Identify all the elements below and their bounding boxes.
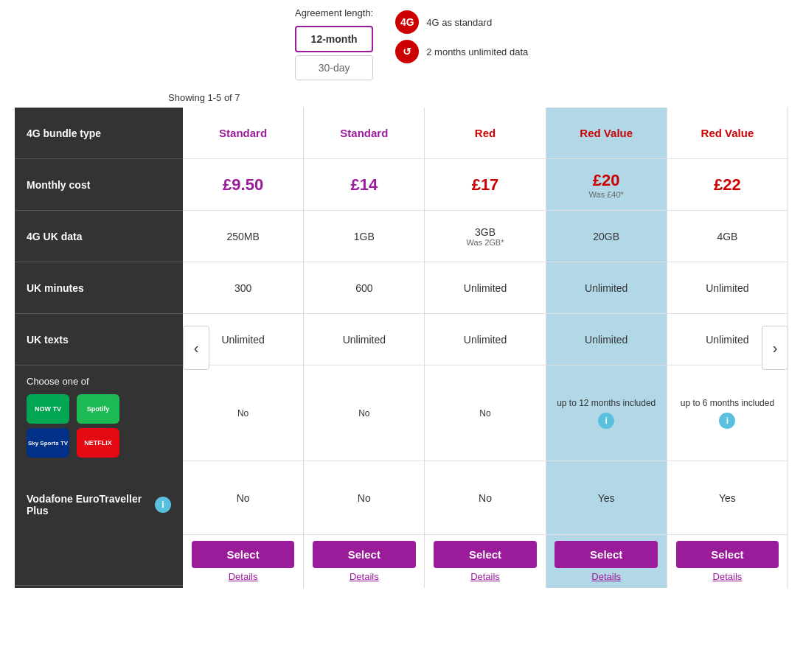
subscription-cell-5: up to 6 months included i	[667, 365, 788, 461]
uk-texts-label-cell: UK texts	[15, 314, 183, 365]
monthly-cost-cell-2: £14	[304, 159, 424, 211]
minutes-cell-5: Unlimited	[667, 262, 788, 314]
perk-4g: 4G 4G as standard	[395, 10, 528, 34]
minutes-value-1: 300	[234, 282, 251, 294]
minutes-cell-1: 300	[183, 262, 303, 314]
select-button-2[interactable]: Select	[313, 541, 416, 568]
select-row-cell-5: Select Details	[667, 535, 788, 588]
monthly-cost-cell-4: £20 Was £40*	[546, 159, 667, 211]
agreement-block: Agreement length: 12-month 30-day	[295, 7, 373, 80]
was-data-3: Was 2GB*	[467, 238, 504, 247]
monthly-cost-cell-1: £9.50	[183, 159, 303, 211]
euro-traveller-label: Vodafone EuroTraveller Plus	[27, 493, 149, 517]
texts-cell-2: Unlimited	[304, 314, 424, 365]
price-value-2: £14	[350, 175, 378, 195]
texts-value-3: Unlimited	[464, 334, 507, 346]
data-cell-4: 20GB	[546, 211, 667, 262]
euro-traveller-cell-2: No	[304, 461, 424, 535]
prev-arrow[interactable]: ‹	[183, 326, 209, 370]
monthly-cost-cell-5: £22	[667, 159, 788, 211]
data-value-5: 4GB	[717, 231, 737, 242]
subscription-value-4: up to 12 months included	[557, 398, 656, 408]
subscription-info-icon-4[interactable]: i	[598, 413, 614, 429]
was-price-4: Was £40*	[589, 190, 624, 199]
euro-traveller-value-5: Yes	[719, 492, 736, 504]
showing-row: Showing 1-5 of 7	[0, 88, 803, 108]
perk-4g-text: 4G as standard	[426, 17, 492, 28]
bundle-type-label-cell: 4G bundle type	[15, 108, 183, 159]
select-button-1[interactable]: Select	[192, 541, 295, 568]
bundle-type-cell-3: Red	[425, 108, 545, 159]
euro-traveller-label-cell: Vodafone EuroTraveller Plus i	[15, 468, 183, 542]
euro-traveller-value-4: Yes	[598, 492, 615, 504]
data-col-2: Standard £14 1GB 600 Unlimited No No	[304, 108, 425, 588]
data-value-3: 3GB	[475, 226, 496, 238]
select-button-4[interactable]: Select	[555, 541, 658, 568]
details-link-4[interactable]: Details	[591, 571, 621, 582]
select-row-cell-2: Select Details	[304, 535, 424, 588]
data-cell-2: 1GB	[304, 211, 424, 262]
data-col-4: Red Value £20 Was £40* 20GB Unlimited Un…	[546, 108, 667, 588]
4g-icon: 4G	[395, 10, 419, 34]
data-col-3: Red £17 3GB Was 2GB* Unlimited Unlimited…	[425, 108, 546, 588]
select-button-3[interactable]: Select	[434, 541, 537, 568]
select-button-5[interactable]: Select	[676, 541, 779, 568]
select-row-cell-4: Select Details	[546, 535, 667, 588]
bundle-type-value-2: Standard	[340, 127, 388, 139]
subscription-cell-4: up to 12 months included i	[546, 365, 667, 461]
select-row-cell-1: Select Details	[183, 535, 303, 588]
minutes-value-5: Unlimited	[706, 282, 748, 294]
price-value-1: £9.50	[223, 175, 263, 195]
texts-value-5: Unlimited	[706, 334, 748, 346]
euro-traveller-cell-1: No	[183, 461, 303, 535]
subscription-value-3: No	[479, 408, 490, 419]
data-cell-3: 3GB Was 2GB*	[425, 211, 545, 262]
bundle-type-value-5: Red Value	[701, 127, 754, 139]
bundle-type-value-4: Red Value	[580, 127, 633, 139]
select-row-cell-3: Select Details	[425, 535, 545, 588]
data-4g-label-cell: 4G UK data	[15, 211, 183, 262]
now-tv-icon: NOW TV	[27, 394, 69, 424]
texts-cell-3: Unlimited	[425, 314, 545, 365]
spotify-icon: Spotify	[77, 394, 119, 424]
bundle-type-cell-4: Red Value	[546, 108, 667, 159]
minutes-value-2: 600	[355, 282, 372, 294]
data-value-1: 250MB	[226, 231, 259, 242]
subscription-cell-1: No	[183, 365, 303, 461]
sky-sports-icon: Sky Sports TV	[27, 428, 69, 458]
data-4g-label: 4G UK data	[27, 231, 82, 242]
texts-cell-4: Unlimited	[546, 314, 667, 365]
price-value-3: £17	[472, 175, 499, 195]
details-link-2[interactable]: Details	[350, 571, 379, 582]
subscription-info-icon-5[interactable]: i	[719, 413, 735, 429]
price-value-5: £22	[714, 175, 741, 195]
price-value-4: £20	[593, 171, 620, 190]
minutes-value-4: Unlimited	[585, 282, 628, 294]
bundle-type-cell-5: Red Value	[667, 108, 788, 159]
bundle-type-label: 4G bundle type	[27, 127, 101, 139]
12-month-button[interactable]: 12-month	[295, 26, 373, 52]
subscription-value-2: No	[358, 408, 369, 419]
texts-value-1: Unlimited	[221, 334, 264, 346]
uk-minutes-label-cell: UK minutes	[15, 262, 183, 314]
details-link-3[interactable]: Details	[470, 571, 500, 582]
euro-traveller-cell-4: Yes	[546, 461, 667, 535]
uk-minutes-label: UK minutes	[27, 282, 84, 294]
select-label-cell	[15, 542, 183, 586]
texts-value-2: Unlimited	[343, 334, 386, 346]
page-wrapper: Agreement length: 12-month 30-day 4G 4G …	[0, 0, 803, 672]
euro-traveller-info-icon[interactable]: i	[155, 497, 171, 513]
bundle-type-value-1: Standard	[219, 127, 267, 139]
monthly-cost-label: Monthly cost	[27, 179, 90, 191]
details-link-1[interactable]: Details	[229, 571, 258, 582]
bundle-type-cell-2: Standard	[304, 108, 424, 159]
30-day-button[interactable]: 30-day	[295, 55, 373, 80]
subscription-cell-2: No	[304, 365, 424, 461]
top-section: Agreement length: 12-month 30-day 4G 4G …	[0, 0, 803, 88]
details-link-5[interactable]: Details	[713, 571, 743, 582]
next-arrow[interactable]: ›	[762, 326, 788, 370]
app-icons-grid: NOW TV Spotify Sky Sports TV NETFLIX	[27, 394, 122, 458]
data-cell-5: 4GB	[667, 211, 788, 262]
data-value-4: 20GB	[593, 231, 619, 242]
bundle-type-value-3: Red	[475, 127, 496, 139]
